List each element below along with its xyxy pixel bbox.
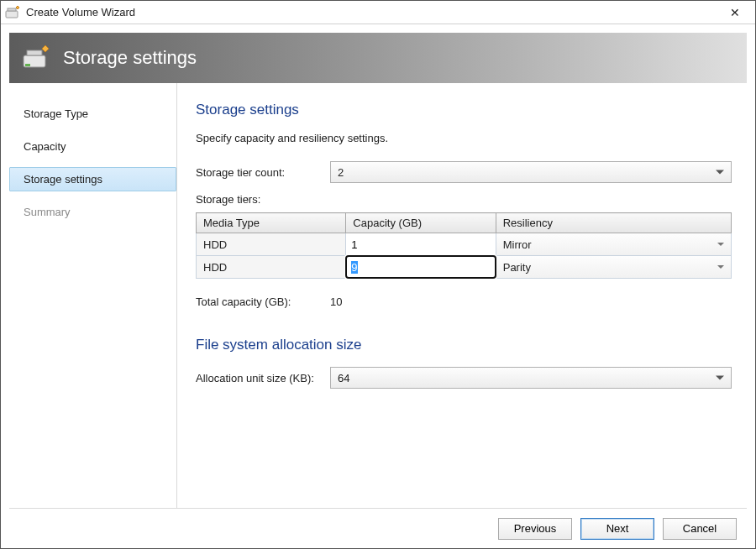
cell-media-type: HDD (197, 233, 346, 256)
capacity-input-2[interactable] (346, 256, 495, 278)
svg-rect-5 (25, 64, 30, 66)
cancel-button[interactable]: Cancel (663, 518, 737, 540)
allocation-value: 64 (338, 372, 349, 384)
section-title-filesystem: File system allocation size (196, 337, 732, 353)
col-resiliency[interactable]: Resiliency (496, 213, 731, 233)
sidebar-item-capacity[interactable]: Capacity (9, 134, 176, 159)
cell-capacity (346, 256, 496, 279)
svg-rect-1 (8, 8, 16, 11)
close-icon: ✕ (730, 6, 740, 19)
sidebar-item-label: Capacity (24, 140, 66, 153)
body: Storage Type Capacity Storage settings S… (9, 83, 747, 508)
allocation-label: Allocation unit size (KB): (196, 372, 330, 384)
tier-count-value: 2 (338, 166, 344, 179)
sidebar-item-label: Storage Type (24, 107, 88, 120)
tier-count-row: Storage tier count: 2 (196, 161, 732, 183)
total-capacity-row: Total capacity (GB): 10 (196, 295, 732, 308)
table-header-row: Media Type Capacity (GB) Resiliency (197, 213, 732, 233)
total-capacity-label: Total capacity (GB): (196, 295, 330, 308)
previous-button[interactable]: Previous (498, 518, 572, 540)
window-title: Create Volume Wizard (26, 6, 135, 18)
col-media-type[interactable]: Media Type (197, 213, 346, 233)
sidebar: Storage Type Capacity Storage settings S… (9, 83, 177, 508)
tier-count-label: Storage tier count: (196, 166, 330, 179)
capacity-input-1[interactable] (346, 233, 495, 255)
allocation-select[interactable]: 64 (330, 367, 732, 389)
svg-marker-2 (16, 6, 19, 9)
banner: Storage settings (9, 33, 747, 83)
sidebar-item-storage-type[interactable]: Storage Type (9, 102, 176, 126)
sidebar-item-label: Summary (24, 206, 71, 218)
svg-rect-0 (6, 11, 18, 18)
total-capacity-value: 10 (330, 295, 381, 308)
cell-resiliency: Mirror (496, 233, 731, 256)
wizard-large-icon (21, 43, 51, 73)
cell-resiliency: Parity (496, 256, 731, 279)
button-label: Previous (514, 522, 557, 535)
svg-marker-6 (42, 45, 49, 52)
button-label: Next (606, 522, 629, 535)
content: Storage settings Specify capacity and re… (177, 83, 747, 508)
sidebar-item-label: Storage settings (24, 173, 102, 186)
wizard-small-icon (4, 4, 21, 21)
next-button[interactable]: Next (580, 518, 654, 540)
resiliency-value: Mirror (503, 238, 532, 251)
sidebar-item-storage-settings[interactable]: Storage settings (9, 167, 176, 191)
tier-count-select[interactable]: 2 (330, 161, 732, 183)
resiliency-select-1[interactable]: Mirror (496, 233, 731, 255)
section-description: Specify capacity and resiliency settings… (196, 132, 732, 144)
titlebar: Create Volume Wizard ✕ (1, 1, 755, 24)
resiliency-value: Parity (503, 261, 531, 274)
svg-rect-4 (27, 50, 42, 55)
wizard-window: Create Volume Wizard ✕ Storage settings … (0, 0, 756, 549)
resiliency-select-2[interactable]: Parity (496, 256, 731, 278)
banner-title: Storage settings (63, 47, 197, 69)
storage-tiers-label: Storage tiers: (196, 193, 732, 206)
button-label: Cancel (683, 522, 717, 535)
storage-tiers-table: Media Type Capacity (GB) Resiliency HDD (196, 212, 732, 279)
close-button[interactable]: ✕ (718, 1, 752, 24)
cell-media-type: HDD (197, 256, 346, 279)
section-title-storage: Storage settings (196, 102, 732, 118)
table-row: HDD Mirror (197, 233, 732, 256)
footer: Previous Next Cancel (9, 508, 747, 548)
table-row: HDD Parity (197, 256, 732, 279)
allocation-row: Allocation unit size (KB): 64 (196, 367, 732, 389)
sidebar-item-summary: Summary (9, 200, 176, 224)
cell-capacity (346, 233, 496, 256)
col-capacity[interactable]: Capacity (GB) (346, 213, 496, 233)
